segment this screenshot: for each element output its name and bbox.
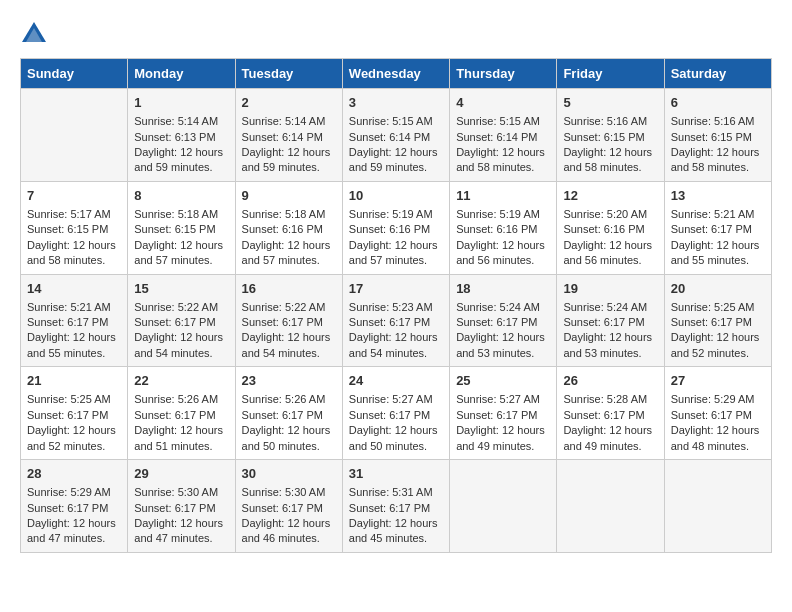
day-info: and 53 minutes. bbox=[456, 346, 550, 361]
calendar-cell: 7Sunrise: 5:17 AMSunset: 6:15 PMDaylight… bbox=[21, 181, 128, 274]
calendar-cell bbox=[664, 460, 771, 553]
day-number: 19 bbox=[563, 280, 657, 298]
calendar-cell: 11Sunrise: 5:19 AMSunset: 6:16 PMDayligh… bbox=[450, 181, 557, 274]
day-info: Sunrise: 5:25 AM bbox=[27, 392, 121, 407]
day-info: and 57 minutes. bbox=[349, 253, 443, 268]
day-info: Sunrise: 5:18 AM bbox=[242, 207, 336, 222]
day-info: and 58 minutes. bbox=[456, 160, 550, 175]
day-info: and 59 minutes. bbox=[242, 160, 336, 175]
day-number: 28 bbox=[27, 465, 121, 483]
day-info: Sunset: 6:17 PM bbox=[349, 408, 443, 423]
day-info: Sunrise: 5:24 AM bbox=[456, 300, 550, 315]
day-info: Daylight: 12 hours bbox=[456, 238, 550, 253]
day-info: Daylight: 12 hours bbox=[563, 238, 657, 253]
day-info: and 52 minutes. bbox=[27, 439, 121, 454]
day-info: and 52 minutes. bbox=[671, 346, 765, 361]
day-number: 20 bbox=[671, 280, 765, 298]
day-info: and 47 minutes. bbox=[134, 531, 228, 546]
day-info: Daylight: 12 hours bbox=[456, 423, 550, 438]
day-info: Sunset: 6:16 PM bbox=[563, 222, 657, 237]
day-info: Sunset: 6:17 PM bbox=[456, 315, 550, 330]
calendar-cell: 27Sunrise: 5:29 AMSunset: 6:17 PMDayligh… bbox=[664, 367, 771, 460]
calendar-cell: 13Sunrise: 5:21 AMSunset: 6:17 PMDayligh… bbox=[664, 181, 771, 274]
day-number: 10 bbox=[349, 187, 443, 205]
day-info: Daylight: 12 hours bbox=[134, 145, 228, 160]
day-info: Daylight: 12 hours bbox=[27, 330, 121, 345]
day-number: 15 bbox=[134, 280, 228, 298]
day-number: 2 bbox=[242, 94, 336, 112]
day-info: and 46 minutes. bbox=[242, 531, 336, 546]
calendar-cell bbox=[557, 460, 664, 553]
day-info: Daylight: 12 hours bbox=[349, 145, 443, 160]
day-info: Sunrise: 5:29 AM bbox=[671, 392, 765, 407]
day-info: Sunset: 6:17 PM bbox=[563, 315, 657, 330]
day-info: Sunset: 6:17 PM bbox=[242, 501, 336, 516]
day-info: Sunrise: 5:15 AM bbox=[349, 114, 443, 129]
calendar-cell bbox=[450, 460, 557, 553]
week-row-3: 14Sunrise: 5:21 AMSunset: 6:17 PMDayligh… bbox=[21, 274, 772, 367]
day-info: Daylight: 12 hours bbox=[671, 330, 765, 345]
day-info: Sunset: 6:16 PM bbox=[349, 222, 443, 237]
day-number: 12 bbox=[563, 187, 657, 205]
day-info: Daylight: 12 hours bbox=[134, 423, 228, 438]
day-info: Sunset: 6:13 PM bbox=[134, 130, 228, 145]
day-info: Daylight: 12 hours bbox=[242, 516, 336, 531]
day-info: and 58 minutes. bbox=[563, 160, 657, 175]
day-info: and 53 minutes. bbox=[563, 346, 657, 361]
day-info: and 48 minutes. bbox=[671, 439, 765, 454]
day-number: 5 bbox=[563, 94, 657, 112]
day-info: and 51 minutes. bbox=[134, 439, 228, 454]
day-info: Sunset: 6:15 PM bbox=[671, 130, 765, 145]
day-info: Daylight: 12 hours bbox=[349, 238, 443, 253]
day-info: Sunrise: 5:22 AM bbox=[134, 300, 228, 315]
day-info: Sunrise: 5:30 AM bbox=[242, 485, 336, 500]
day-info: Sunrise: 5:16 AM bbox=[563, 114, 657, 129]
day-info: Daylight: 12 hours bbox=[349, 423, 443, 438]
day-info: Daylight: 12 hours bbox=[27, 516, 121, 531]
day-info: Sunrise: 5:28 AM bbox=[563, 392, 657, 407]
calendar-cell: 30Sunrise: 5:30 AMSunset: 6:17 PMDayligh… bbox=[235, 460, 342, 553]
week-row-4: 21Sunrise: 5:25 AMSunset: 6:17 PMDayligh… bbox=[21, 367, 772, 460]
day-number: 29 bbox=[134, 465, 228, 483]
day-info: Daylight: 12 hours bbox=[349, 516, 443, 531]
day-info: Sunrise: 5:17 AM bbox=[27, 207, 121, 222]
calendar-cell: 26Sunrise: 5:28 AMSunset: 6:17 PMDayligh… bbox=[557, 367, 664, 460]
calendar-cell: 6Sunrise: 5:16 AMSunset: 6:15 PMDaylight… bbox=[664, 89, 771, 182]
day-info: Daylight: 12 hours bbox=[563, 423, 657, 438]
day-info: Sunrise: 5:23 AM bbox=[349, 300, 443, 315]
calendar-cell: 18Sunrise: 5:24 AMSunset: 6:17 PMDayligh… bbox=[450, 274, 557, 367]
calendar-cell: 14Sunrise: 5:21 AMSunset: 6:17 PMDayligh… bbox=[21, 274, 128, 367]
day-info: Sunset: 6:17 PM bbox=[349, 315, 443, 330]
day-number: 26 bbox=[563, 372, 657, 390]
day-info: Sunset: 6:15 PM bbox=[134, 222, 228, 237]
week-row-2: 7Sunrise: 5:17 AMSunset: 6:15 PMDaylight… bbox=[21, 181, 772, 274]
day-number: 3 bbox=[349, 94, 443, 112]
calendar-cell: 1Sunrise: 5:14 AMSunset: 6:13 PMDaylight… bbox=[128, 89, 235, 182]
calendar-cell: 25Sunrise: 5:27 AMSunset: 6:17 PMDayligh… bbox=[450, 367, 557, 460]
day-info: Sunset: 6:17 PM bbox=[27, 315, 121, 330]
day-info: and 56 minutes. bbox=[563, 253, 657, 268]
day-info: Daylight: 12 hours bbox=[671, 423, 765, 438]
day-info: Sunset: 6:17 PM bbox=[134, 408, 228, 423]
calendar-cell: 28Sunrise: 5:29 AMSunset: 6:17 PMDayligh… bbox=[21, 460, 128, 553]
day-number: 7 bbox=[27, 187, 121, 205]
day-info: Daylight: 12 hours bbox=[671, 145, 765, 160]
day-info: and 47 minutes. bbox=[27, 531, 121, 546]
day-info: Daylight: 12 hours bbox=[242, 238, 336, 253]
calendar-cell: 24Sunrise: 5:27 AMSunset: 6:17 PMDayligh… bbox=[342, 367, 449, 460]
day-info: Sunrise: 5:19 AM bbox=[456, 207, 550, 222]
day-header-tuesday: Tuesday bbox=[235, 59, 342, 89]
day-info: Sunset: 6:15 PM bbox=[563, 130, 657, 145]
day-info: Sunrise: 5:14 AM bbox=[134, 114, 228, 129]
day-info: Sunset: 6:17 PM bbox=[27, 408, 121, 423]
day-info: and 55 minutes. bbox=[671, 253, 765, 268]
day-info: Sunset: 6:17 PM bbox=[134, 315, 228, 330]
day-header-saturday: Saturday bbox=[664, 59, 771, 89]
page-header bbox=[20, 20, 772, 48]
day-info: Daylight: 12 hours bbox=[134, 330, 228, 345]
day-header-friday: Friday bbox=[557, 59, 664, 89]
week-row-5: 28Sunrise: 5:29 AMSunset: 6:17 PMDayligh… bbox=[21, 460, 772, 553]
day-number: 25 bbox=[456, 372, 550, 390]
day-info: Sunrise: 5:14 AM bbox=[242, 114, 336, 129]
day-number: 17 bbox=[349, 280, 443, 298]
